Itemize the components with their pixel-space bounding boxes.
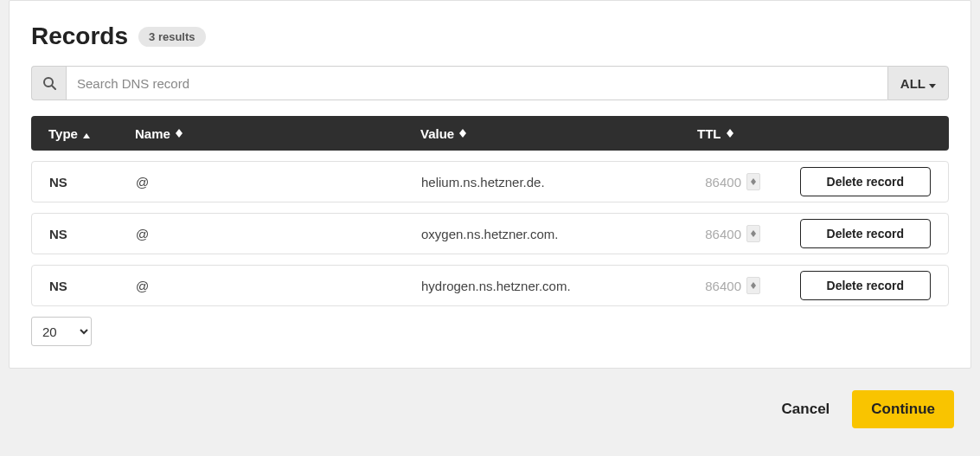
record-ttl: 86400 — [698, 277, 785, 294]
ttl-value: 86400 — [698, 227, 741, 241]
ttl-value: 86400 — [698, 175, 741, 189]
type-filter-dropdown[interactable]: ALL — [887, 66, 949, 100]
ttl-stepper[interactable] — [746, 173, 760, 190]
records-panel: Records 3 results ALL Type — [9, 0, 971, 369]
record-type: NS — [49, 279, 136, 293]
svg-marker-3 — [83, 133, 90, 138]
table-row: NS@helium.ns.hetzner.de.86400Delete reco… — [31, 161, 949, 202]
column-header-ttl[interactable]: TTL — [697, 126, 784, 141]
column-header-name[interactable]: Name — [135, 126, 420, 141]
continue-button[interactable]: Continue — [852, 390, 954, 428]
svg-marker-13 — [751, 234, 756, 237]
delete-record-button[interactable]: Delete record — [800, 167, 931, 196]
chevron-down-icon — [929, 76, 936, 91]
svg-point-0 — [44, 78, 53, 87]
record-value: helium.ns.hetzner.de. — [421, 175, 698, 189]
table-row: NS@oxygen.ns.hetzner.com.86400Delete rec… — [31, 213, 949, 254]
sort-icon — [176, 129, 183, 138]
svg-marker-5 — [176, 133, 183, 138]
page-size-select[interactable]: 20 — [31, 317, 92, 346]
record-ttl: 86400 — [698, 173, 785, 190]
svg-marker-2 — [929, 84, 936, 88]
search-icon — [31, 66, 66, 100]
svg-marker-14 — [751, 282, 756, 286]
record-type: NS — [49, 227, 136, 241]
page-title: Records — [31, 22, 128, 50]
record-type: NS — [49, 175, 136, 189]
column-header-type[interactable]: Type — [48, 126, 135, 141]
svg-marker-11 — [751, 182, 756, 185]
sort-icon — [727, 129, 733, 138]
svg-marker-9 — [727, 133, 733, 138]
svg-marker-12 — [751, 230, 756, 234]
svg-marker-10 — [751, 178, 756, 182]
svg-marker-7 — [459, 133, 466, 138]
table-header: Type Name Value TTL — [31, 116, 949, 151]
svg-marker-8 — [727, 129, 733, 133]
delete-record-button[interactable]: Delete record — [800, 219, 931, 248]
record-name: @ — [136, 175, 421, 189]
type-filter-label: ALL — [900, 76, 926, 91]
column-header-value[interactable]: Value — [420, 126, 697, 141]
record-name: @ — [136, 227, 421, 241]
footer-actions: Cancel Continue — [9, 369, 971, 428]
svg-marker-4 — [176, 129, 183, 133]
record-ttl: 86400 — [698, 225, 785, 242]
results-badge: 3 results — [138, 27, 205, 47]
svg-line-1 — [52, 86, 55, 89]
ttl-value: 86400 — [698, 279, 741, 293]
svg-marker-15 — [751, 286, 756, 289]
search-input[interactable] — [66, 66, 887, 100]
table-row: NS@hydrogen.ns.hetzner.com.86400Delete r… — [31, 265, 949, 306]
ttl-stepper[interactable] — [746, 277, 760, 294]
svg-marker-6 — [459, 129, 466, 133]
sort-asc-icon — [83, 126, 90, 141]
ttl-stepper[interactable] — [746, 225, 760, 242]
sort-icon — [459, 129, 466, 138]
record-name: @ — [136, 279, 421, 293]
cancel-button[interactable]: Cancel — [777, 400, 836, 419]
record-value: hydrogen.ns.hetzner.com. — [421, 279, 698, 293]
delete-record-button[interactable]: Delete record — [800, 271, 931, 300]
record-value: oxygen.ns.hetzner.com. — [421, 227, 698, 241]
